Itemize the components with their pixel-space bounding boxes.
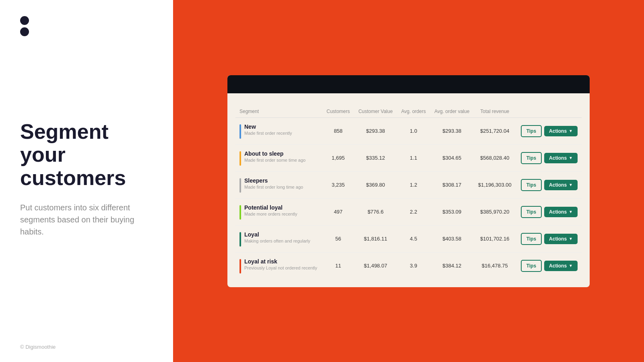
cell-avg_orders: 1.1 — [397, 144, 430, 171]
segment-desc-label: Previously Loyal not ordered recently — [244, 265, 317, 270]
cell-customers: 11 — [322, 252, 354, 279]
segment-color-indicator — [239, 232, 241, 247]
actions-group: Tips Actions ▼ — [520, 125, 578, 137]
segment-name-wrapper: Loyal Making orders often and regularly — [239, 231, 318, 247]
tips-button[interactable]: Tips — [521, 260, 542, 272]
tips-button[interactable]: Tips — [521, 206, 542, 218]
card: SegmentCustomersCustomer ValueAvg. order… — [227, 75, 590, 287]
logo — [20, 16, 153, 36]
cell-avg_orders: 3.9 — [397, 252, 430, 279]
cell-customers: 497 — [322, 198, 354, 225]
col-header-total-revenue: Total revenue — [474, 105, 516, 118]
table-header-row: SegmentCustomersCustomer ValueAvg. order… — [235, 105, 582, 118]
cell-avg_orders: 1.2 — [397, 171, 430, 198]
cell-customer_value: $293.38 — [354, 117, 397, 144]
segment-name-label: Loyal at risk — [244, 258, 317, 265]
cell-avg_orders: 4.5 — [397, 225, 430, 252]
tips-button[interactable]: Tips — [521, 179, 542, 191]
cell-customers: 56 — [322, 225, 354, 252]
segment-text: Loyal Making orders often and regularly — [244, 231, 310, 243]
actions-button[interactable]: Actions ▼ — [544, 153, 578, 163]
cell-avg_order_value: $293.38 — [430, 117, 474, 144]
tips-button[interactable]: Tips — [521, 233, 542, 245]
segment-name-wrapper: Potential loyal Made more orders recentl… — [239, 204, 318, 220]
table-body: New Made first order recently 858$293.38… — [235, 117, 582, 279]
segment-name-cell: New Made first order recently — [235, 117, 322, 144]
segment-name-label: Potential loyal — [244, 204, 297, 211]
table-row: Sleepers Made first order long time ago … — [235, 171, 582, 198]
actions-button[interactable]: Actions ▼ — [544, 180, 578, 190]
segment-name-cell: Potential loyal Made more orders recentl… — [235, 198, 322, 225]
footer: © Digismoothie — [20, 344, 56, 350]
cell-total_revenue: $1,196,303.00 — [474, 171, 516, 198]
actions-cell: Tips Actions ▼ — [516, 225, 582, 252]
sub-text: Put customers into six different segment… — [20, 202, 153, 238]
cell-avg_order_value: $403.58 — [430, 225, 474, 252]
actions-button[interactable]: Actions ▼ — [544, 234, 578, 244]
segment-desc-label: Made first order long time ago — [244, 185, 303, 189]
cell-total_revenue: $16,478.75 — [474, 252, 516, 279]
segment-name-label: Sleepers — [244, 177, 303, 184]
segment-name-wrapper: Sleepers Made first order long time ago — [239, 177, 318, 193]
segment-text: About to sleep Made first order some tim… — [244, 150, 305, 162]
segment-table: SegmentCustomersCustomer ValueAvg. order… — [235, 105, 582, 279]
left-content: Segment your customers Put customers int… — [20, 36, 153, 346]
table-row: Loyal at risk Previously Loyal not order… — [235, 252, 582, 279]
segment-desc-label: Made first order recently — [244, 131, 292, 136]
segment-name-wrapper: New Made first order recently — [239, 123, 318, 139]
chevron-down-icon: ▼ — [569, 237, 573, 241]
tips-button[interactable]: Tips — [521, 152, 542, 164]
segment-color-indicator — [239, 178, 241, 193]
segment-text: New Made first order recently — [244, 123, 292, 136]
actions-button[interactable]: Actions ▼ — [544, 207, 578, 217]
segment-name-wrapper: About to sleep Made first order some tim… — [239, 150, 318, 166]
tips-button[interactable]: Tips — [521, 125, 542, 137]
col-header-avg.-orders: Avg. orders — [397, 105, 430, 118]
chevron-down-icon: ▼ — [569, 183, 573, 187]
card-body: SegmentCustomersCustomer ValueAvg. order… — [227, 93, 590, 287]
table-row: Potential loyal Made more orders recentl… — [235, 198, 582, 225]
chevron-down-icon: ▼ — [569, 210, 573, 214]
cell-customer_value: $1,498.07 — [354, 252, 397, 279]
table-row: About to sleep Made first order some tim… — [235, 144, 582, 171]
actions-cell: Tips Actions ▼ — [516, 198, 582, 225]
cell-customer_value: $335.12 — [354, 144, 397, 171]
table-head: SegmentCustomersCustomer ValueAvg. order… — [235, 105, 582, 118]
actions-cell: Tips Actions ▼ — [516, 117, 582, 144]
cell-total_revenue: $251,720.04 — [474, 117, 516, 144]
segment-text: Sleepers Made first order long time ago — [244, 177, 303, 189]
cell-customer_value: $1,816.11 — [354, 225, 397, 252]
segment-text: Potential loyal Made more orders recentl… — [244, 204, 297, 216]
actions-button[interactable]: Actions ▼ — [544, 126, 578, 136]
table-row: New Made first order recently 858$293.38… — [235, 117, 582, 144]
actions-group: Tips Actions ▼ — [520, 179, 578, 191]
left-panel: Segment your customers Put customers int… — [0, 0, 173, 362]
actions-group: Tips Actions ▼ — [520, 233, 578, 245]
segment-color-indicator — [239, 205, 241, 220]
cell-customer_value: $776.6 — [354, 198, 397, 225]
table-row: Loyal Making orders often and regularly … — [235, 225, 582, 252]
cell-avg_orders: 2.2 — [397, 198, 430, 225]
cell-total_revenue: $568,028.40 — [474, 144, 516, 171]
cell-customers: 3,235 — [322, 171, 354, 198]
card-header — [227, 75, 590, 93]
cell-total_revenue: $385,970.20 — [474, 198, 516, 225]
cell-avg_order_value: $384.12 — [430, 252, 474, 279]
segment-color-indicator — [239, 259, 241, 274]
segment-name-cell: Loyal at risk Previously Loyal not order… — [235, 252, 322, 279]
segment-name-wrapper: Loyal at risk Previously Loyal not order… — [239, 258, 318, 274]
logo-dot-bottom — [20, 27, 29, 36]
segment-color-indicator — [239, 124, 241, 139]
logo-dot-top — [20, 16, 29, 25]
col-header-customer-value: Customer Value — [354, 105, 397, 118]
segment-name-cell: Sleepers Made first order long time ago — [235, 171, 322, 198]
cell-customers: 858 — [322, 117, 354, 144]
col-header-avg.-order-value: Avg. order value — [430, 105, 474, 118]
segment-desc-label: Making orders often and regularly — [244, 239, 310, 243]
segment-desc-label: Made first order some time ago — [244, 158, 305, 162]
segment-name-cell: Loyal Making orders often and regularly — [235, 225, 322, 252]
segment-name-cell: About to sleep Made first order some tim… — [235, 144, 322, 171]
cell-total_revenue: $101,702.16 — [474, 225, 516, 252]
col-header-actions — [516, 105, 582, 118]
actions-button[interactable]: Actions ▼ — [544, 261, 578, 271]
